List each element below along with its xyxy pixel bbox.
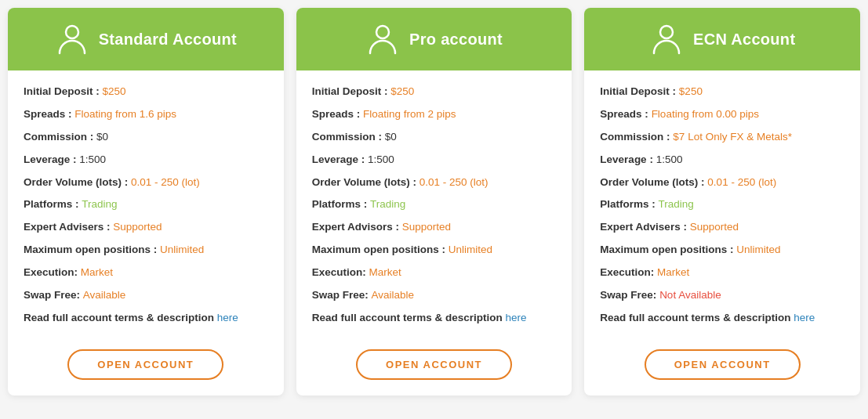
field-row-standard-5: Platforms : Trading: [24, 197, 268, 212]
field-label-standard-3: Leverage :: [24, 154, 79, 165]
field-label-standard-6: Expert Advisers :: [24, 221, 113, 233]
field-value-pro-9: Available: [371, 289, 414, 301]
field-label-standard-4: Order Volume (lots) :: [24, 176, 131, 188]
field-value-ecn-2: $7 Lot Only FX & Metals*: [673, 131, 792, 143]
card-title-standard: Standard Account: [99, 31, 237, 49]
field-value-ecn-7: Unlimited: [736, 244, 780, 255]
field-row-standard-1: Spreads : Floating from 1.6 pips: [24, 107, 268, 122]
field-label-ecn-8: Execution:: [600, 266, 657, 278]
svg-point-2: [660, 26, 673, 38]
field-row-ecn-5: Platforms : Trading: [600, 197, 844, 212]
card-header-standard: Standard Account: [8, 8, 284, 70]
field-row-standard-8: Execution: Market: [24, 265, 268, 280]
field-label-standard-0: Initial Deposit :: [24, 85, 103, 97]
svg-point-1: [376, 26, 389, 38]
open-account-button-pro[interactable]: OPEN ACCOUNT: [356, 349, 512, 380]
field-label-ecn-7: Maximum open positions :: [600, 244, 736, 255]
field-label-ecn-4: Order Volume (lots) :: [600, 176, 707, 188]
field-value-ecn-5: Trading: [659, 198, 694, 210]
field-label-pro-4: Order Volume (lots) :: [312, 176, 419, 188]
field-label-standard-7: Maximum open positions :: [24, 244, 160, 255]
card-header-ecn: ECN Account: [584, 8, 860, 70]
field-row-pro-5: Platforms : Trading: [312, 197, 557, 212]
field-label-standard-8: Execution:: [24, 266, 81, 278]
card-title-pro: Pro account: [409, 31, 503, 49]
card-standard: Standard AccountInitial Deposit : $250Sp…: [8, 8, 284, 396]
field-row-pro-7: Maximum open positions : Unlimited: [312, 243, 557, 258]
field-label-pro-0: Initial Deposit :: [312, 85, 391, 97]
field-value-pro-2: $0: [385, 131, 397, 143]
field-value-standard-7: Unlimited: [160, 244, 204, 255]
field-value-standard-8: Market: [81, 266, 113, 278]
field-row-ecn-6: Expert Advisers : Supported: [600, 220, 844, 235]
card-body-ecn: Initial Deposit : $250Spreads : Floating…: [584, 70, 860, 337]
field-row-pro-0: Initial Deposit : $250: [312, 85, 557, 99]
open-account-button-ecn[interactable]: OPEN ACCOUNT: [645, 349, 801, 380]
field-row-standard-9: Swap Free: Available: [24, 288, 268, 303]
field-value-ecn-10[interactable]: here: [794, 312, 815, 323]
field-label-ecn-0: Initial Deposit :: [600, 85, 679, 97]
field-value-ecn-4: 0.01 - 250 (lot): [707, 176, 776, 188]
card-footer-standard: OPEN ACCOUNT: [8, 337, 284, 396]
field-row-pro-3: Leverage : 1:500: [312, 153, 557, 168]
field-value-pro-10[interactable]: here: [505, 312, 526, 323]
field-value-ecn-6: Supported: [690, 221, 739, 233]
field-row-ecn-0: Initial Deposit : $250: [600, 85, 844, 99]
field-value-ecn-8: Market: [657, 266, 689, 278]
field-value-standard-10[interactable]: here: [217, 312, 238, 323]
field-label-ecn-2: Commission :: [600, 131, 673, 143]
open-account-button-standard[interactable]: OPEN ACCOUNT: [67, 349, 223, 380]
field-row-ecn-4: Order Volume (lots) : 0.01 - 250 (lot): [600, 175, 844, 190]
field-label-pro-3: Leverage :: [312, 154, 368, 165]
field-row-standard-10: Read full account terms & description he…: [24, 311, 268, 326]
field-row-standard-3: Leverage : 1:500: [24, 153, 268, 168]
field-row-standard-2: Commission : $0: [24, 130, 268, 145]
field-row-standard-4: Order Volume (lots) : 0.01 - 250 (lot): [24, 175, 268, 190]
card-body-standard: Initial Deposit : $250Spreads : Floating…: [8, 70, 284, 337]
pro-account-icon: [365, 22, 400, 56]
field-label-pro-7: Maximum open positions :: [312, 244, 449, 255]
field-row-pro-9: Swap Free: Available: [312, 288, 557, 303]
field-row-ecn-10: Read full account terms & description he…: [600, 311, 844, 326]
card-header-pro: Pro account: [296, 8, 572, 70]
field-label-standard-1: Spreads :: [24, 108, 74, 120]
field-row-ecn-8: Execution: Market: [600, 265, 844, 280]
field-row-pro-10: Read full account terms & description he…: [312, 311, 557, 326]
card-footer-pro: OPEN ACCOUNT: [296, 337, 572, 396]
field-value-ecn-1: Floating from 0.00 pips: [652, 108, 759, 120]
field-row-ecn-3: Leverage : 1:500: [600, 153, 844, 168]
field-label-ecn-3: Leverage :: [600, 154, 656, 165]
field-row-ecn-7: Maximum open positions : Unlimited: [600, 243, 844, 258]
field-label-pro-1: Spreads :: [312, 108, 363, 120]
field-row-ecn-2: Commission : $7 Lot Only FX & Metals*: [600, 130, 844, 145]
field-value-pro-4: 0.01 - 250 (lot): [419, 176, 488, 188]
field-label-standard-5: Platforms :: [24, 198, 82, 210]
field-label-ecn-1: Spreads :: [600, 108, 651, 120]
field-label-standard-9: Swap Free:: [24, 289, 83, 301]
field-row-ecn-1: Spreads : Floating from 0.00 pips: [600, 107, 844, 122]
standard-account-icon: [55, 22, 89, 56]
field-label-standard-10: Read full account terms & description: [24, 312, 217, 323]
field-label-standard-2: Commission :: [24, 131, 96, 143]
field-row-pro-1: Spreads : Floating from 2 pips: [312, 107, 557, 122]
field-row-standard-6: Expert Advisers : Supported: [24, 220, 268, 235]
field-value-standard-2: $0: [96, 131, 108, 143]
field-label-pro-10: Read full account terms & description: [312, 312, 506, 323]
field-row-standard-0: Initial Deposit : $250: [24, 85, 268, 99]
field-value-standard-0: $250: [103, 85, 126, 97]
field-label-ecn-6: Expert Advisers :: [600, 221, 689, 233]
svg-point-0: [66, 26, 78, 38]
field-label-ecn-5: Platforms :: [600, 198, 658, 210]
field-row-ecn-9: Swap Free: Not Available: [600, 288, 844, 303]
field-label-pro-8: Execution:: [312, 266, 369, 278]
field-row-pro-8: Execution: Market: [312, 265, 557, 280]
field-row-pro-6: Expert Advisors : Supported: [312, 220, 557, 235]
field-value-standard-3: 1:500: [79, 154, 106, 165]
field-value-pro-5: Trading: [370, 198, 405, 210]
field-row-pro-4: Order Volume (lots) : 0.01 - 250 (lot): [312, 175, 557, 190]
field-value-standard-4: 0.01 - 250 (lot): [131, 176, 200, 188]
field-value-ecn-3: 1:500: [656, 154, 683, 165]
card-body-pro: Initial Deposit : $250Spreads : Floating…: [296, 70, 572, 337]
field-value-standard-9: Available: [83, 289, 126, 301]
field-value-standard-1: Floating from 1.6 pips: [74, 108, 176, 120]
